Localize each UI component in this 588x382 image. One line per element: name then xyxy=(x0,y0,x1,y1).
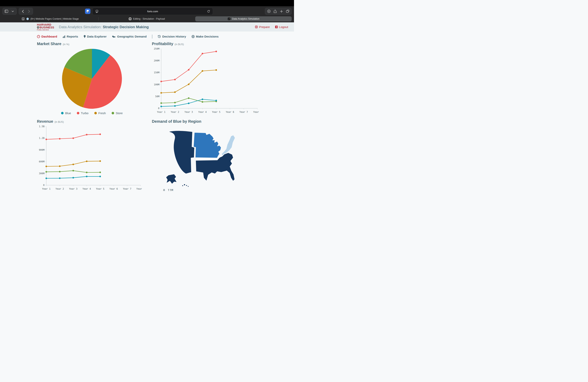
nav-item-make-decisions[interactable]: Make Decisions xyxy=(191,35,219,38)
legend-item-turbo[interactable]: Turbo xyxy=(77,111,88,115)
password-extension-icon[interactable] xyxy=(85,9,90,14)
bar-chart-icon xyxy=(63,35,65,38)
tab-title: Data Analytics Simulation xyxy=(232,18,259,20)
us-map-icon xyxy=(112,35,116,38)
nav-item-geographic-demand[interactable]: Geographic Demand xyxy=(112,35,147,38)
legend-item-store[interactable]: Store xyxy=(112,111,123,115)
tab-data-analytics-active[interactable]: / Data Analytics Simulation xyxy=(195,16,292,21)
us-demand-map[interactable] xyxy=(154,127,255,188)
svg-text:600M: 600M xyxy=(39,160,44,163)
sidebar-toggle-icon[interactable] xyxy=(4,9,8,13)
map-region-alaska[interactable] xyxy=(166,174,177,184)
new-tab-icon[interactable] xyxy=(279,9,283,13)
demand-map-card: Demand of Blue by Region 0 11M xyxy=(152,119,261,191)
url-text[interactable]: forio.com xyxy=(93,10,213,13)
sign-out-icon xyxy=(275,25,278,28)
bullseye-icon xyxy=(191,35,195,38)
tab-title: (9+) Website Pages Content | Website Sta… xyxy=(31,18,79,20)
payload-icon xyxy=(128,17,132,21)
svg-text:250M: 250M xyxy=(154,47,159,50)
legend-item-fresh[interactable]: Fresh xyxy=(94,111,106,115)
tab-bar: N (9+) Website Pages Content | Website S… xyxy=(0,16,294,22)
chevron-down-icon[interactable] xyxy=(11,9,15,13)
prepare-link[interactable]: Prepare xyxy=(255,25,270,29)
map-scale-min: 0 xyxy=(163,189,165,191)
revenue-title: Revenue xyxy=(37,119,53,124)
market-share-card: Market Share (in %) BlueTurboFreshStore xyxy=(37,42,147,117)
svg-text:150M: 150M xyxy=(154,71,159,74)
map-region-midwest[interactable] xyxy=(193,132,221,158)
svg-text:Year 1: Year 1 xyxy=(42,188,50,190)
nav-label: Geographic Demand xyxy=(117,35,147,38)
forward-button[interactable] xyxy=(27,9,31,13)
svg-text:Year 5: Year 5 xyxy=(212,111,220,113)
svg-text:Year 2: Year 2 xyxy=(171,111,179,113)
page-title-prefix: Data Analytics Simulation: xyxy=(59,25,102,29)
legend-label: Blue xyxy=(65,111,71,115)
tab-payload-editing[interactable]: Editing - Simulation - Payload xyxy=(99,16,195,21)
back-button[interactable] xyxy=(21,9,25,13)
dashboard-gauge-icon xyxy=(37,35,40,38)
profitability-card: Profitability (in $US) 050M100M150M200M2… xyxy=(152,42,261,117)
tab-website-pages[interactable]: N (9+) Website Pages Content | Website S… xyxy=(2,16,98,21)
svg-text:900M: 900M xyxy=(39,149,44,151)
forio-icon: / xyxy=(228,17,231,21)
nav-item-dashboard[interactable]: Dashboard xyxy=(37,35,57,38)
harvard-business-publishing-logo: HARVARD BUSINESS PUBLISHING xyxy=(37,23,54,31)
svg-text:0: 0 xyxy=(43,184,44,187)
logo-line1: HARVARD xyxy=(37,23,54,26)
map-scale-max: 11M xyxy=(168,189,173,191)
sidebar-button-group[interactable] xyxy=(2,8,17,15)
legend-item-blue[interactable]: Blue xyxy=(61,111,71,115)
revenue-card: Revenue (in $US) 0300M600M900M1.2B1.5BYe… xyxy=(37,119,147,191)
market-share-legend: BlueTurboFreshStore xyxy=(37,111,147,115)
browser-toolbar: forio.com xyxy=(0,6,294,16)
svg-text:100M: 100M xyxy=(154,83,159,86)
svg-text:Year 8: Year 8 xyxy=(253,111,260,113)
nav-item-data-explorer[interactable]: Data Explorer xyxy=(84,35,107,38)
history-nav-group xyxy=(19,8,33,15)
legend-dot xyxy=(61,112,63,114)
prepare-label: Prepare xyxy=(259,25,270,29)
logout-label: Logout xyxy=(279,25,288,29)
nav-separator xyxy=(152,35,152,39)
revenue-line-chart[interactable]: 0300M600M900M1.2B1.5BYear 1Year 2Year 3Y… xyxy=(37,124,143,191)
page-title: Data Analytics Simulation:Strategic Deci… xyxy=(59,25,149,29)
harvard-shield-icon xyxy=(37,26,39,29)
logo-line2: BUSINESS xyxy=(40,26,54,29)
legend-dot xyxy=(77,112,79,114)
nav-label: Make Decisions xyxy=(196,35,219,38)
market-share-pie-chart[interactable] xyxy=(62,48,122,109)
site-header: HARVARD BUSINESS PUBLISHING Data Analyti… xyxy=(0,22,294,32)
lightbulb-icon xyxy=(84,35,86,38)
address-bar[interactable]: forio.com xyxy=(92,8,213,15)
market-share-unit: (in %) xyxy=(63,43,69,46)
downloads-icon[interactable] xyxy=(267,9,271,13)
map-region-hawaii[interactable] xyxy=(182,184,189,187)
svg-text:Year 6: Year 6 xyxy=(109,188,118,190)
demand-map-title: Demand of Blue by Region xyxy=(152,119,201,124)
svg-text:Year 5: Year 5 xyxy=(96,188,104,190)
tab-overview-icon[interactable] xyxy=(286,9,290,13)
svg-text:Year 4: Year 4 xyxy=(198,111,207,113)
globe-icon xyxy=(26,17,29,21)
logout-link[interactable]: Logout xyxy=(275,25,288,29)
map-region-west[interactable] xyxy=(168,130,195,174)
legend-dot xyxy=(112,112,114,114)
market-share-title: Market Share xyxy=(37,42,62,46)
revenue-unit: (in $US) xyxy=(54,120,64,123)
svg-text:N: N xyxy=(22,18,24,20)
svg-text:Year 3: Year 3 xyxy=(185,111,193,113)
svg-text:0: 0 xyxy=(158,107,159,110)
svg-text:Year 7: Year 7 xyxy=(123,188,131,190)
profitability-line-chart[interactable]: 050M100M150M200M250MYear 1Year 2Year 3Ye… xyxy=(152,46,260,117)
dashboard-content: Market Share (in %) BlueTurboFreshStore … xyxy=(0,41,294,191)
life-ring-icon xyxy=(255,25,258,28)
notion-icon: N xyxy=(21,17,25,21)
nav-label: Reports xyxy=(67,35,78,38)
nav-label: Dashboard xyxy=(42,35,57,38)
nav-item-decision-history[interactable]: Decision History xyxy=(158,35,186,38)
svg-text:Year 6: Year 6 xyxy=(226,111,234,113)
share-icon[interactable] xyxy=(273,9,277,13)
nav-item-reports[interactable]: Reports xyxy=(63,35,78,38)
